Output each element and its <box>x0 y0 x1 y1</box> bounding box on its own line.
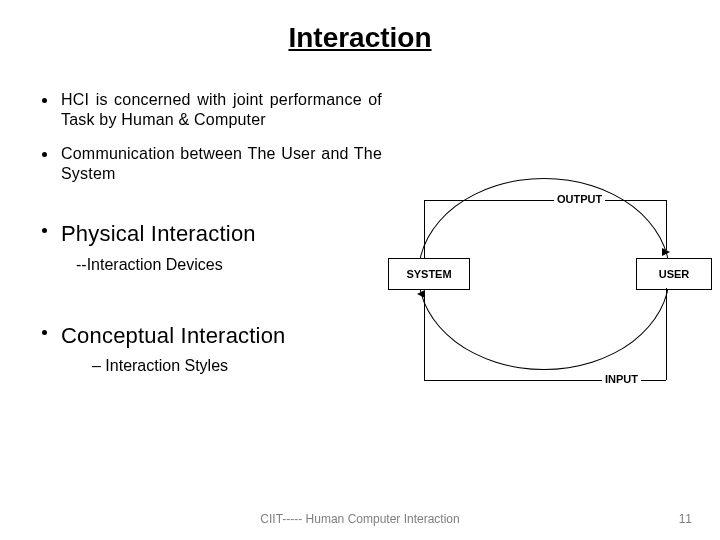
bullet-dot-icon <box>42 330 47 335</box>
bullet-dot-icon <box>42 152 47 157</box>
bullet-2-text: Communication between The User and The S… <box>61 144 382 184</box>
bullet-3: Physical Interaction <box>42 220 382 248</box>
line <box>666 200 667 250</box>
slide-title: Interaction <box>0 22 720 54</box>
bullet-dot-icon <box>42 98 47 103</box>
line <box>666 288 667 380</box>
arrow-right-icon <box>662 248 670 256</box>
interaction-diagram: SYSTEM USER OUTPUT INPUT <box>378 178 708 408</box>
bullet-1-text: HCI is concerned with joint performance … <box>61 90 382 130</box>
body-content: HCI is concerned with joint performance … <box>42 90 382 397</box>
bullet-1: HCI is concerned with joint performance … <box>42 90 382 130</box>
output-label: OUTPUT <box>554 193 605 205</box>
bullet-4-text: Conceptual Interaction <box>61 322 286 350</box>
user-box: USER <box>636 258 712 290</box>
bullet-2: Communication between The User and The S… <box>42 144 382 184</box>
bullet-4-sub: – Interaction Styles <box>92 357 382 375</box>
line <box>424 200 425 258</box>
input-label: INPUT <box>602 373 641 385</box>
footer-text: CIIT----- Human Computer Interaction <box>0 512 720 526</box>
line <box>424 200 666 201</box>
system-box: SYSTEM <box>388 258 470 290</box>
bullet-4: Conceptual Interaction <box>42 322 382 350</box>
line <box>424 296 425 380</box>
bullet-3-sub: --Interaction Devices <box>76 256 382 274</box>
page-number: 11 <box>679 512 692 526</box>
bullet-dot-icon <box>42 228 47 233</box>
arrow-left-icon <box>417 290 425 298</box>
bullet-3-text: Physical Interaction <box>61 220 256 248</box>
